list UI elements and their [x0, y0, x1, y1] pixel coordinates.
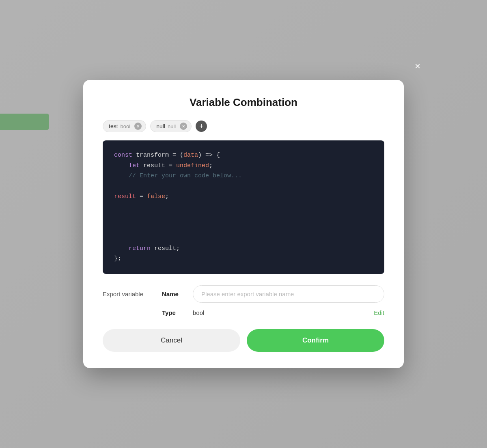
tag-name-test: test — [109, 123, 118, 129]
tag-chip-test: test bool × — [103, 120, 146, 132]
modal-wrapper: × Variable Combination test bool × null … — [83, 80, 404, 368]
code-line-9 — [114, 233, 373, 243]
cancel-button[interactable]: Cancel — [103, 329, 240, 352]
type-label: Type — [162, 309, 186, 316]
tag-type-null: null — [168, 123, 176, 129]
type-row: Type bool Edit — [103, 309, 384, 316]
code-editor[interactable]: const transform = (data) => { let result… — [103, 140, 384, 274]
modal-dialog: Variable Combination test bool × null nu… — [83, 80, 404, 368]
export-label: Export variable — [103, 291, 155, 297]
code-line-8 — [114, 223, 373, 233]
plus-icon: + — [199, 123, 204, 130]
code-line-4 — [114, 181, 373, 192]
code-line-5: result = false; — [114, 192, 373, 202]
code-line-11: }; — [114, 254, 373, 264]
code-line-10: return result; — [114, 243, 373, 254]
type-value: bool — [193, 309, 367, 316]
edit-type-button[interactable]: Edit — [374, 309, 384, 316]
close-icon: × — [415, 60, 420, 72]
code-line-6 — [114, 202, 373, 213]
tag-name-null: null — [156, 123, 165, 129]
export-name-input[interactable] — [193, 285, 384, 303]
export-variable-row: Export variable Name — [103, 285, 384, 303]
confirm-button[interactable]: Confirm — [247, 329, 384, 352]
code-line-2: let result = undefined; — [114, 161, 373, 171]
tag-remove-null[interactable]: × — [180, 123, 187, 130]
modal-title: Variable Combination — [103, 96, 384, 109]
tag-chip-null: null null × — [150, 120, 192, 132]
tag-type-test: bool — [121, 123, 131, 129]
code-line-1: const transform = (data) => { — [114, 150, 373, 161]
code-line-7 — [114, 212, 373, 223]
export-name-label: Name — [162, 291, 186, 297]
tag-remove-test[interactable]: × — [134, 123, 142, 130]
close-button[interactable]: × — [410, 59, 425, 73]
code-line-3: // Enter your own code below... — [114, 171, 373, 181]
tags-row: test bool × null null × + — [103, 120, 384, 132]
action-buttons-row: Cancel Confirm — [103, 329, 384, 352]
add-tag-button[interactable]: + — [196, 121, 207, 132]
